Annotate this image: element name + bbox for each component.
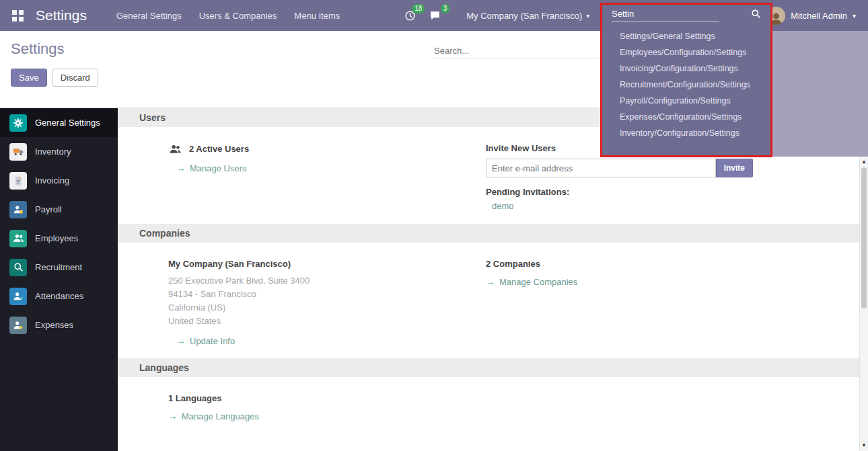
invite-button[interactable]: Invite (716, 159, 753, 177)
expense-person-icon (9, 317, 27, 334)
sidebar-item-recruitment[interactable]: Recruitment (0, 253, 118, 282)
menu-users-companies[interactable]: Users & Companies (199, 11, 277, 21)
gear-icon (9, 114, 27, 132)
address-line: California (US) (168, 301, 486, 315)
settings-main: General Settings Inventory Invoicing Pay… (0, 108, 868, 451)
activities-button[interactable]: 18 (398, 7, 423, 25)
suggestion-item[interactable]: Payroll/Configuration/Settings (602, 93, 770, 109)
sidebar-item-label: General Settings (35, 118, 100, 128)
menu-search-suggestions: Settings/General Settings Employees/Conf… (602, 28, 770, 141)
sidebar-item-label: Inventory (35, 147, 71, 157)
manage-languages-link[interactable]: → Manage Languages (168, 411, 486, 421)
sidebar-item-invoicing[interactable]: Invoicing (0, 166, 118, 195)
menu-general-settings[interactable]: General Settings (116, 11, 182, 21)
scroll-up-icon[interactable]: ▲ (860, 158, 868, 166)
suggestion-item[interactable]: Inventory/Configuration/Settings (602, 125, 770, 141)
invite-email-input[interactable] (486, 159, 716, 177)
arrow-right-icon: → (176, 163, 185, 173)
chat-bubble-icon (429, 12, 441, 24)
menu-search-input[interactable] (612, 7, 719, 22)
magnifier-icon (9, 259, 27, 276)
systray: 18 3 My Company (San Francisco) ▾ (398, 7, 589, 25)
sidebar-item-label: Payroll (35, 204, 62, 214)
suggestion-item[interactable]: Recruitment/Configuration/Settings (602, 77, 770, 93)
sidebar-item-inventory[interactable]: Inventory (0, 137, 118, 166)
address-line: 94134 - San Francisco (168, 288, 486, 301)
manage-users-label[interactable]: Manage Users (190, 163, 247, 173)
chevron-down-icon: ▾ (586, 12, 589, 19)
invite-row: Invite (486, 159, 753, 177)
languages-section-row: 1 Languages → Manage Languages (118, 377, 868, 434)
section-header-companies: Companies (118, 224, 868, 243)
company-name: My Company (San Francisco) (466, 11, 582, 21)
vertical-scrollbar[interactable]: ▲ ▼ (859, 157, 868, 451)
suggestion-item[interactable]: Invoicing/Configuration/Settings (602, 60, 770, 77)
sidebar-item-employees[interactable]: Employees (0, 224, 118, 253)
attendance-person-icon (9, 288, 27, 305)
user-name: Mitchell Admin (791, 11, 847, 21)
discard-button[interactable]: Discard (52, 69, 98, 87)
manage-users-link[interactable]: → Manage Users (168, 163, 486, 173)
update-info-link[interactable]: → Update Info (168, 336, 486, 346)
company-display-name: My Company (San Francisco) (168, 259, 486, 269)
pending-invitations-label: Pending Invitations: (486, 187, 868, 197)
address-line: 250 Executive Park Blvd, Suite 3400 (168, 274, 486, 288)
sidebar-item-expenses[interactable]: Expenses (0, 311, 118, 339)
search-input[interactable] (434, 43, 602, 59)
manage-languages-label[interactable]: Manage Languages (182, 411, 259, 421)
settings-content: Users 2 Active Users → Manage Users Invi… (118, 108, 868, 451)
company-address: 250 Executive Park Blvd, Suite 3400 9413… (168, 274, 486, 328)
save-button[interactable]: Save (11, 69, 47, 87)
update-info-label[interactable]: Update Info (190, 336, 235, 346)
messages-button[interactable]: 3 (423, 7, 447, 25)
company-switcher[interactable]: My Company (San Francisco) ▾ (466, 11, 589, 21)
section-header-languages: Languages (118, 358, 868, 377)
menu-search-dropdown: Settings/General Settings Employees/Conf… (602, 0, 770, 157)
companies-section-row: My Company (San Francisco) 250 Executive… (118, 243, 868, 358)
document-icon (9, 172, 27, 190)
scrollbar-thumb[interactable] (861, 167, 867, 309)
address-line: United States (168, 315, 486, 328)
active-users-count: 2 Active Users (189, 144, 249, 155)
manage-companies-link[interactable]: → Manage Companies (486, 277, 868, 287)
navbar-menus: General Settings Users & Companies Menu … (116, 11, 340, 21)
arrow-right-icon: → (168, 411, 177, 421)
clock-icon (404, 12, 416, 24)
app-title: Settings (36, 7, 87, 24)
people-icon (9, 230, 27, 247)
truck-icon (9, 143, 27, 161)
companies-count: 2 Companies (486, 259, 868, 269)
menu-menu-items[interactable]: Menu Items (294, 11, 340, 21)
users-group-icon (168, 143, 182, 155)
payroll-person-icon (9, 201, 27, 218)
user-menu[interactable]: Mitchell Admin ▾ (767, 7, 860, 25)
message-count-badge: 3 (441, 4, 450, 13)
search-icon (751, 9, 761, 19)
sidebar-item-attendances[interactable]: Attendances (0, 282, 118, 311)
sidebar-item-general-settings[interactable]: General Settings (0, 108, 118, 137)
chevron-down-icon: ▾ (853, 12, 856, 19)
suggestion-item[interactable]: Expenses/Configuration/Settings (602, 109, 770, 125)
sidebar-item-label: Invoicing (35, 175, 69, 186)
suggestion-item[interactable]: Settings/General Settings (602, 28, 770, 44)
suggestion-item[interactable]: Employees/Configuration/Settings (602, 44, 770, 60)
apps-grid-icon[interactable] (12, 10, 24, 22)
pending-invitee-link[interactable]: demo (486, 201, 514, 211)
manage-companies-label[interactable]: Manage Companies (499, 277, 577, 287)
sidebar-item-label: Attendances (35, 291, 83, 301)
scroll-down-icon[interactable]: ▼ (860, 442, 868, 450)
sidebar-item-label: Expenses (35, 320, 73, 330)
sidebar-item-payroll[interactable]: Payroll (0, 195, 118, 224)
sidebar-item-label: Recruitment (35, 262, 82, 272)
settings-sidebar: General Settings Inventory Invoicing Pay… (0, 108, 118, 451)
languages-count: 1 Languages (168, 393, 486, 403)
sidebar-item-label: Employees (35, 233, 78, 243)
systray-dropdown-panel (770, 31, 868, 157)
menu-search-row (602, 0, 770, 28)
arrow-right-icon: → (486, 277, 495, 287)
arrow-right-icon: → (176, 336, 185, 346)
